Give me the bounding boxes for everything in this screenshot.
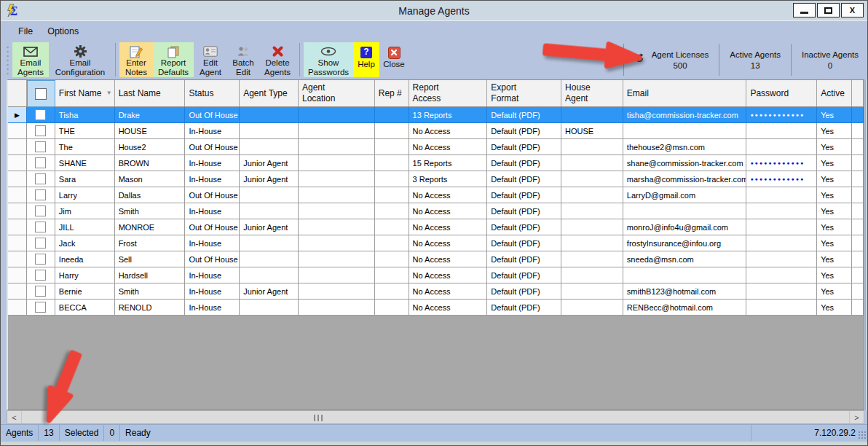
row-selector[interactable] xyxy=(8,235,27,251)
cell-email[interactable] xyxy=(623,267,747,283)
cell-format[interactable]: Default (PDF) xyxy=(487,123,561,139)
cell-rep[interactable] xyxy=(375,171,409,187)
cell-first[interactable]: Jim xyxy=(55,203,115,219)
header-active[interactable]: Active xyxy=(817,80,852,107)
row-checkbox-cell[interactable] xyxy=(27,187,55,203)
row-checkbox-cell[interactable] xyxy=(27,251,55,267)
cell-rep[interactable] xyxy=(375,123,409,139)
cell-status[interactable]: In-House xyxy=(185,267,240,283)
row-selector[interactable] xyxy=(8,267,27,283)
header-first-name[interactable]: First Name▼ xyxy=(55,80,115,107)
cell-format[interactable]: Default (PDF) xyxy=(487,171,561,187)
resize-grip[interactable] xyxy=(858,431,866,439)
cell-email[interactable] xyxy=(623,123,747,139)
table-row[interactable]: BECCARENOLDIn-HouseNo AccessDefault (PDF… xyxy=(8,300,864,316)
header-house-agent[interactable]: House Agent xyxy=(561,80,623,107)
cell-house[interactable] xyxy=(561,155,623,171)
cell-password[interactable] xyxy=(746,283,817,300)
row-checkbox-cell[interactable] xyxy=(27,123,55,139)
cell-password[interactable] xyxy=(746,219,817,235)
cell-access[interactable]: No Access xyxy=(409,139,488,155)
toolbar-grip[interactable] xyxy=(5,44,9,76)
cell-password[interactable] xyxy=(746,123,817,139)
header-agent-type[interactable]: Agent Type xyxy=(240,80,299,107)
cell-house[interactable] xyxy=(561,235,623,251)
row-selector[interactable] xyxy=(8,123,27,139)
row-checkbox[interactable] xyxy=(35,141,46,152)
cell-last[interactable]: Mason xyxy=(115,171,186,187)
cell-location[interactable] xyxy=(299,203,375,219)
cell-access[interactable]: No Access xyxy=(409,235,488,251)
row-selector[interactable] xyxy=(8,187,27,203)
cell-access[interactable]: No Access xyxy=(409,187,488,203)
cell-first[interactable]: Jack xyxy=(55,235,115,251)
row-checkbox-cell[interactable] xyxy=(27,283,55,300)
row-checkbox-cell[interactable] xyxy=(27,267,55,283)
cell-active[interactable]: Yes xyxy=(817,123,852,139)
cell-access[interactable]: No Access xyxy=(409,203,488,219)
cell-status[interactable]: In-House xyxy=(185,283,240,300)
cell-pad[interactable] xyxy=(852,139,864,155)
cell-house[interactable] xyxy=(561,171,623,187)
row-checkbox[interactable] xyxy=(35,189,46,200)
cell-rep[interactable] xyxy=(375,107,409,123)
cell-first[interactable]: THE xyxy=(55,123,115,139)
cell-rep[interactable] xyxy=(375,155,409,171)
cell-location[interactable] xyxy=(299,171,375,187)
table-row[interactable]: ▶TishaDrakeOut Of House13 ReportsDefault… xyxy=(8,107,864,123)
cell-access[interactable]: No Access xyxy=(409,251,488,267)
select-all-checkbox[interactable] xyxy=(35,88,47,100)
cell-pad[interactable] xyxy=(852,283,864,300)
cell-access[interactable]: No Access xyxy=(409,267,488,283)
cell-first[interactable]: Harry xyxy=(55,267,115,283)
cell-first[interactable]: Ineeda xyxy=(55,251,115,267)
row-selector[interactable] xyxy=(8,283,27,300)
cell-status[interactable]: Out Of House xyxy=(185,219,240,235)
row-selector[interactable] xyxy=(8,171,27,187)
cell-first[interactable]: SHANE xyxy=(55,155,115,171)
cell-pad[interactable] xyxy=(852,123,864,139)
cell-password[interactable]: ●●●●●●●●●●●● xyxy=(746,171,817,187)
scroll-left-icon[interactable]: < xyxy=(7,411,22,423)
email-agents-button[interactable]: Email Agents xyxy=(12,42,49,77)
cell-location[interactable] xyxy=(299,267,375,283)
enter-notes-button[interactable]: Enter Notes xyxy=(119,42,153,77)
horizontal-scrollbar[interactable]: < > xyxy=(7,410,864,424)
cell-rep[interactable] xyxy=(375,203,409,219)
cell-email[interactable]: thehouse2@msn.com xyxy=(623,139,747,155)
cell-house[interactable] xyxy=(561,187,623,203)
cell-format[interactable]: Default (PDF) xyxy=(487,203,561,219)
close-window-button[interactable]: X xyxy=(841,3,864,17)
cell-location[interactable] xyxy=(299,219,375,235)
cell-email[interactable]: sneeda@msn.com xyxy=(623,251,747,267)
row-selector[interactable]: ▶ xyxy=(8,107,27,123)
vertical-scrollbar[interactable] xyxy=(865,79,868,410)
row-selector[interactable] xyxy=(8,300,27,316)
cell-last[interactable]: BROWN xyxy=(115,155,186,171)
row-selector[interactable] xyxy=(8,219,27,235)
cell-status[interactable]: In-House xyxy=(185,203,240,219)
row-checkbox[interactable] xyxy=(35,109,46,120)
cell-email[interactable]: monroJ@info4u@gmail.com xyxy=(623,219,747,235)
cell-pad[interactable] xyxy=(852,251,864,267)
header-agent-location[interactable]: Agent Location xyxy=(299,80,375,107)
cell-pad[interactable] xyxy=(852,155,864,171)
cell-password[interactable] xyxy=(746,251,817,267)
cell-first[interactable]: JILL xyxy=(55,219,115,235)
row-checkbox-cell[interactable] xyxy=(27,155,55,171)
cell-format[interactable]: Default (PDF) xyxy=(487,139,561,155)
cell-location[interactable] xyxy=(299,107,375,123)
cell-active[interactable]: Yes xyxy=(817,300,852,316)
cell-location[interactable] xyxy=(299,300,375,316)
cell-format[interactable]: Default (PDF) xyxy=(487,187,561,203)
cell-status[interactable]: In-House xyxy=(185,155,240,171)
row-checkbox[interactable] xyxy=(35,157,46,168)
titlebar[interactable]: Σ Manage Agents X xyxy=(1,1,867,21)
cell-location[interactable] xyxy=(299,187,375,203)
cell-status[interactable]: In-House xyxy=(185,171,240,187)
cell-active[interactable]: Yes xyxy=(817,283,852,300)
cell-active[interactable]: Yes xyxy=(817,203,852,219)
cell-email[interactable]: RENBecc@hotmail.com xyxy=(623,300,747,316)
cell-access[interactable]: No Access xyxy=(409,283,488,300)
cell-last[interactable]: Sell xyxy=(115,251,186,267)
